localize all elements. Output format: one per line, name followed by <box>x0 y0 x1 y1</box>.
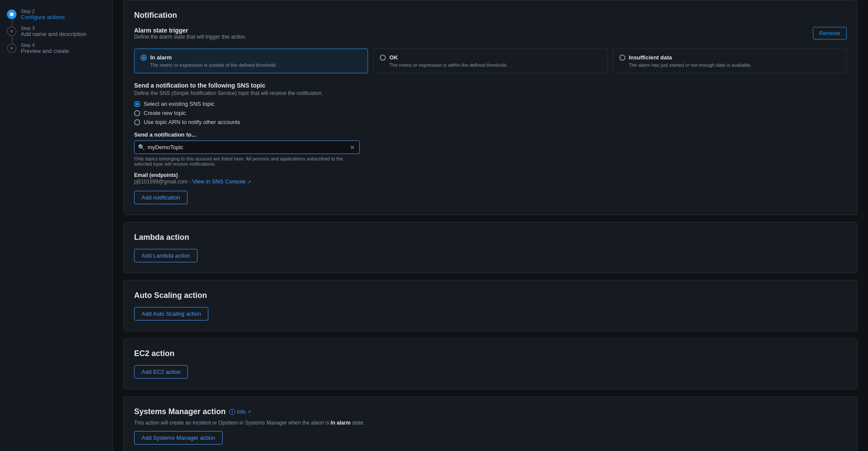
sns-option-arn[interactable]: Use topic ARN to notify other accounts <box>134 119 847 125</box>
step4-number: Step 4 <box>21 42 69 48</box>
radio-existing <box>134 101 140 107</box>
sm-description: This action will create an Incident or O… <box>134 420 847 426</box>
email-section: Email (endpoints) pj5101999@gmail.com - … <box>134 172 847 185</box>
email-label: Email (endpoints) <box>134 172 178 178</box>
auto-scaling-section: Auto Scaling action Add Auto Scaling act… <box>123 280 858 331</box>
search-input[interactable] <box>148 141 349 154</box>
state-in-alarm-desc: The metric or expression is outside of t… <box>141 62 362 68</box>
step2-icon <box>7 10 16 19</box>
main-content: Notification Alarm state trigger Define … <box>113 0 868 451</box>
sns-subtitle: Define the SNS (Simple Notification Serv… <box>134 90 847 96</box>
external-icon: ↗ <box>247 409 251 414</box>
search-icon: 🔍 <box>138 144 145 150</box>
ec2-section: EC2 action Add EC2 action <box>123 338 858 389</box>
radio-new <box>134 110 140 116</box>
remove-button[interactable]: Remove <box>813 27 847 39</box>
add-systems-manager-button[interactable]: Add Systems Manager action <box>134 431 223 444</box>
radio-insufficient <box>619 55 625 61</box>
notification-title: Notification <box>134 11 847 20</box>
trigger-labels: Alarm state trigger Define the alarm sta… <box>134 27 247 46</box>
info-icon: i <box>229 409 235 415</box>
sns-option-new[interactable]: Create new topic <box>134 110 847 116</box>
step3-text: Step 3 Add name and description <box>21 26 86 37</box>
sns-option-existing[interactable]: Select an existing SNS topic <box>134 101 847 107</box>
add-ec2-button[interactable]: Add EC2 action <box>134 365 188 379</box>
state-in-alarm-title: In alarm <box>150 54 172 61</box>
sns-title: Send a notification to the following SNS… <box>134 82 847 89</box>
notification-to-label: Send a notification to... <box>134 131 847 138</box>
input-hint: Only topics belonging to this account ar… <box>134 156 360 167</box>
sidebar: Step 2 Configure actions Step 3 Add name… <box>0 0 113 451</box>
step2-label: Configure actions <box>21 14 65 20</box>
sm-state: In alarm <box>331 420 351 426</box>
step3-label: Add name and description <box>21 31 86 37</box>
auto-scaling-title: Auto Scaling action <box>134 291 847 300</box>
radio-ok <box>380 55 386 61</box>
step3-item: Step 3 Add name and description <box>7 26 105 37</box>
lambda-section: Lambda action Add Lambda action <box>123 222 858 273</box>
state-insufficient-title: Insufficient data <box>629 54 672 61</box>
state-ok[interactable]: OK The metric or expression is within th… <box>373 49 607 73</box>
email-separator: - <box>189 179 192 185</box>
notification-section: Notification Alarm state trigger Define … <box>123 0 858 215</box>
step4-item: Step 4 Preview and create <box>7 42 105 54</box>
external-link-icon: ↗ <box>247 180 251 184</box>
state-in-alarm[interactable]: In alarm The metric or expression is out… <box>134 49 368 73</box>
trigger-label: Alarm state trigger <box>134 27 247 34</box>
state-insufficient[interactable]: Insufficient data The alarm has just sta… <box>613 49 847 73</box>
clear-button[interactable]: ✕ <box>349 144 356 151</box>
systems-manager-section: Systems Manager action i Info ↗ This act… <box>123 396 858 451</box>
add-lambda-button[interactable]: Add Lambda action <box>134 249 197 262</box>
step2-item: Step 2 Configure actions <box>7 9 105 20</box>
state-options: In alarm The metric or expression is out… <box>134 49 847 73</box>
step4-icon <box>7 43 16 53</box>
step3-icon <box>7 26 16 36</box>
step2-text: Step 2 Configure actions <box>21 9 65 20</box>
radio-arn <box>134 119 140 125</box>
sns-new-label: Create new topic <box>144 110 186 116</box>
step3-number: Step 3 <box>21 26 86 31</box>
step4-text: Step 4 Preview and create <box>21 42 69 54</box>
info-label: Info <box>237 409 246 415</box>
view-sns-console-link[interactable]: View in SNS Console <box>192 178 246 185</box>
state-ok-title: OK <box>389 54 398 61</box>
sns-existing-label: Select an existing SNS topic <box>144 101 214 107</box>
add-notification-button[interactable]: Add notification <box>134 191 187 204</box>
info-badge[interactable]: i Info ↗ <box>229 409 251 415</box>
email-address: pj5101999@gmail.com <box>134 179 187 185</box>
state-ok-desc: The metric or expression is within the d… <box>380 62 601 68</box>
lambda-title: Lambda action <box>134 233 847 242</box>
radio-in-alarm <box>141 55 147 61</box>
trigger-sublabel: Define the alarm state that will trigger… <box>134 34 247 40</box>
systems-manager-title: Systems Manager action <box>134 407 226 416</box>
step2-number: Step 2 <box>21 9 65 14</box>
add-auto-scaling-button[interactable]: Add Auto Scaling action <box>134 307 208 320</box>
search-wrapper: 🔍 ✕ <box>134 141 360 154</box>
trigger-header: Alarm state trigger Define the alarm sta… <box>134 27 847 46</box>
ec2-title: EC2 action <box>134 349 847 358</box>
state-insufficient-desc: The alarm has just started or not enough… <box>619 62 840 68</box>
sns-arn-label: Use topic ARN to notify other accounts <box>144 119 240 125</box>
step4-label: Preview and create <box>21 48 69 54</box>
